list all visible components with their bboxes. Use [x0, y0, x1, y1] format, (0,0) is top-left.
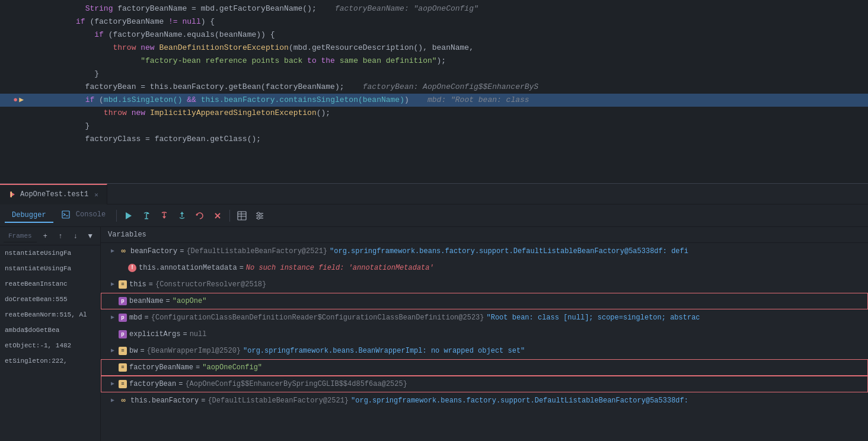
- resume-btn[interactable]: [120, 207, 137, 224]
- frame-item[interactable]: doCreateBean:555: [0, 292, 100, 307]
- svg-point-23: [260, 215, 262, 217]
- code-line: throw new BeanDefinitionStoreException(m…: [0, 41, 868, 55]
- frames-list: nstantiateUsingFa nstantiateUsingFa reat…: [0, 245, 100, 369]
- stop-icon: [213, 211, 222, 220]
- frame-item[interactable]: nstantiateUsingFa: [0, 245, 100, 261]
- var-expand-icon: ▶: [108, 280, 117, 289]
- frames-add-btn[interactable]: +: [39, 229, 52, 242]
- frames-up-btn[interactable]: ↑: [54, 229, 66, 242]
- var-item-this-beanfactory[interactable]: ▶ ∞ this.beanFactory = {DefaultListableB…: [101, 392, 868, 409]
- frames-down-btn[interactable]: ↓: [69, 229, 81, 242]
- step-over-icon: [142, 211, 151, 220]
- code-line: }: [0, 120, 868, 133]
- var-type-icon-inf: ∞: [119, 396, 128, 405]
- var-expand-icon: ▶: [108, 247, 117, 256]
- svg-point-22: [257, 212, 260, 215]
- tab-aoponetest[interactable]: AopOneTest.test1 ✕: [0, 184, 107, 204]
- var-type-icon-p: p: [119, 297, 127, 305]
- var-item-factorybeanname[interactable]: ≡ factoryBeanName = "aopOneConfig": [101, 359, 868, 376]
- var-item-beanfactory[interactable]: ▶ ∞ beanFactory = {DefaultListableBeanFa…: [101, 243, 868, 260]
- var-expand-placeholder: [117, 263, 127, 273]
- variables-panel: Variables ▶ ∞ beanFactory = {DefaultList…: [101, 227, 868, 441]
- frames-panel: Frames + ↑ ↓ ▼ nstantiateUsingFa nstanti…: [0, 227, 101, 441]
- var-type-icon-bar: ≡: [119, 280, 127, 289]
- table-view-btn[interactable]: [234, 207, 250, 224]
- code-editor: String factoryBeanName = mbd.getFactoryB…: [0, 0, 868, 184]
- var-item-explicitargs[interactable]: p explicitArgs = null: [101, 326, 868, 343]
- toolbar-separator: [116, 210, 117, 222]
- code-line: factoryBean = this.beanFactory.getBean(f…: [0, 81, 868, 94]
- svg-marker-9: [162, 216, 166, 219]
- var-item-mbd[interactable]: ▶ p mbd = {ConfigurationClassBeanDefinit…: [101, 309, 868, 326]
- frames-label: Frames: [8, 232, 32, 239]
- toolbar-sep2: [229, 210, 230, 222]
- var-expand-placeholder: [108, 296, 117, 306]
- debugger-tab[interactable]: Debugger: [5, 209, 53, 223]
- code-line: if (factoryBeanName != null) {: [0, 15, 868, 28]
- step-out-icon: [177, 211, 187, 220]
- step-into-btn[interactable]: [156, 207, 173, 224]
- step-into-icon: [159, 211, 169, 220]
- tab-close-btn[interactable]: ✕: [94, 191, 98, 199]
- line-gutter-active: ● ▶: [0, 94, 28, 107]
- code-line: String factoryBeanName = mbd.getFactoryB…: [0, 2, 868, 15]
- var-item-factorybean[interactable]: ▶ ≡ factoryBean = {AopOneConfig$$Enhance…: [101, 376, 868, 392]
- settings-btn[interactable]: [251, 207, 268, 224]
- tab-bar: AopOneTest.test1 ✕: [0, 184, 868, 204]
- frame-item[interactable]: etObject:-1, 1482: [0, 338, 100, 353]
- svg-rect-1: [11, 191, 12, 197]
- error-icon: !: [128, 264, 136, 272]
- table-icon: [237, 211, 247, 220]
- step-over-btn[interactable]: [138, 207, 155, 224]
- frames-header: Frames: [4, 230, 37, 242]
- svg-point-24: [257, 217, 260, 219]
- restart-btn[interactable]: [192, 207, 208, 224]
- debugger-label: Debugger: [12, 211, 46, 219]
- var-type-icon: ∞: [119, 247, 128, 256]
- var-expand-icon: ▶: [108, 396, 117, 405]
- frame-item[interactable]: reateBeanInstanc: [0, 276, 100, 292]
- resume-icon: [124, 211, 133, 220]
- stop-btn[interactable]: [209, 207, 226, 224]
- var-item-beanname[interactable]: p beanName = "aopOne": [101, 293, 868, 309]
- step-out-btn[interactable]: [174, 207, 190, 224]
- var-expand-placeholder: [108, 330, 117, 339]
- var-type-icon-bar: ≡: [119, 363, 127, 372]
- frame-item[interactable]: etSingleton:222,: [0, 353, 100, 369]
- var-expand-placeholder: [108, 363, 117, 372]
- console-icon: [62, 210, 70, 219]
- variables-header: Variables: [101, 227, 868, 243]
- svg-marker-11: [180, 212, 184, 214]
- variables-label: Variables: [108, 231, 146, 239]
- var-type-icon-bar: ≡: [119, 347, 127, 355]
- code-lines: String factoryBeanName = mbd.getFactoryB…: [0, 0, 868, 146]
- code-line: if (factoryBeanName.equals(beanName)) {: [0, 28, 868, 41]
- var-item-annotation-error[interactable]: ! this.annotationMetadata = No such inst…: [101, 260, 868, 276]
- console-label: Console: [76, 211, 106, 219]
- var-type-icon-bar: ≡: [119, 380, 127, 388]
- active-code-line: ● ▶ if (mbd.isSingleton() && this.beanFa…: [0, 94, 868, 107]
- breakpoint-icon: ●: [13, 94, 18, 107]
- var-type-icon-p: p: [119, 330, 127, 338]
- debugger-toolbar: Debugger Console: [0, 204, 868, 227]
- svg-rect-15: [238, 212, 246, 220]
- var-type-icon-p: p: [119, 314, 127, 322]
- code-line: "factory-bean reference points back to t…: [0, 55, 868, 68]
- arrow-icon: ▶: [19, 94, 24, 107]
- debug-tab-icon: [8, 190, 17, 199]
- frame-item[interactable]: ambda$doGetBea: [0, 322, 100, 338]
- var-item-bw[interactable]: ▶ ≡ bw = {BeanWrapperImpl@2520} "org.spr…: [101, 343, 868, 359]
- frame-item[interactable]: nstantiateUsingFa: [0, 261, 100, 276]
- var-item-this[interactable]: ▶ ≡ this = {ConstructorResolver@2518}: [101, 276, 868, 293]
- var-expand-icon: ▶: [108, 313, 117, 322]
- tab-label: AopOneTest.test1: [20, 190, 88, 199]
- frames-filter-btn[interactable]: ▼: [84, 229, 97, 242]
- console-tab[interactable]: Console: [55, 208, 113, 222]
- restart-icon: [195, 211, 205, 220]
- frame-item[interactable]: reateBeanNorm:515, Al: [0, 307, 100, 322]
- debug-panel: Frames + ↑ ↓ ▼ nstantiateUsingFa nstanti…: [0, 227, 868, 441]
- frames-toolbar: Frames + ↑ ↓ ▼: [0, 227, 100, 245]
- svg-marker-4: [126, 212, 132, 219]
- settings-icon: [255, 211, 264, 220]
- code-line: }: [0, 68, 868, 81]
